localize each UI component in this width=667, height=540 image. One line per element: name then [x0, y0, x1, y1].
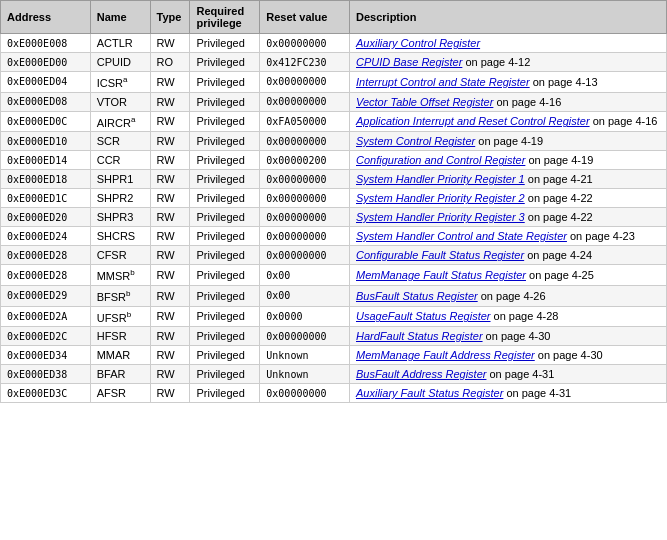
cell-type: RW — [150, 227, 190, 246]
cell-name: ICSRa — [90, 72, 150, 93]
page-reference: on page 4-16 — [493, 96, 561, 108]
cell-type: RW — [150, 265, 190, 286]
cell-description: CPUID Base Register on page 4-12 — [350, 53, 667, 72]
cell-description: Vector Table Offset Register on page 4-1… — [350, 92, 667, 111]
cell-type: RW — [150, 189, 190, 208]
cell-reset: 0x00 — [260, 265, 350, 286]
cell-address: 0xE000ED14 — [1, 151, 91, 170]
cell-address: 0xE000ED38 — [1, 365, 91, 384]
description-link[interactable]: Configurable Fault Status Register — [356, 249, 524, 261]
description-link[interactable]: CPUID Base Register — [356, 56, 462, 68]
cell-type: RW — [150, 170, 190, 189]
description-link[interactable]: Auxiliary Control Register — [356, 37, 480, 49]
description-link[interactable]: System Handler Priority Register 3 — [356, 211, 525, 223]
description-link[interactable]: System Handler Control and State Registe… — [356, 230, 567, 242]
cell-address: 0xE000ED10 — [1, 132, 91, 151]
cell-description: Configurable Fault Status Register on pa… — [350, 246, 667, 265]
cell-privilege: Privileged — [190, 53, 260, 72]
cell-name: BFAR — [90, 365, 150, 384]
cell-description: BusFault Address Register on page 4-31 — [350, 365, 667, 384]
page-reference: on page 4-22 — [525, 192, 593, 204]
description-link[interactable]: Configuration and Control Register — [356, 154, 525, 166]
header-row: Address Name Type Required privilege Res… — [1, 1, 667, 34]
cell-name: VTOR — [90, 92, 150, 111]
header-privilege: Required privilege — [190, 1, 260, 34]
page-reference: on page 4-30 — [483, 330, 551, 342]
cell-description: System Handler Priority Register 2 on pa… — [350, 189, 667, 208]
description-link[interactable]: BusFault Address Register — [356, 368, 486, 380]
description-link[interactable]: MemManage Fault Address Register — [356, 349, 535, 361]
cell-type: RW — [150, 285, 190, 306]
page-reference: on page 4-28 — [491, 310, 559, 322]
cell-name: SHCRS — [90, 227, 150, 246]
cell-name: AIRCRa — [90, 111, 150, 132]
description-link[interactable]: MemManage Fault Status Register — [356, 269, 526, 281]
table-row: 0xE000E008ACTLRRWPrivileged0x00000000Aux… — [1, 34, 667, 53]
table-row: 0xE000ED28MMSRbRWPrivileged0x00MemManage… — [1, 265, 667, 286]
description-link[interactable]: System Handler Priority Register 2 — [356, 192, 525, 204]
description-link[interactable]: Vector Table Offset Register — [356, 96, 493, 108]
cell-description: Auxiliary Control Register — [350, 34, 667, 53]
page-reference: on page 4-26 — [478, 290, 546, 302]
description-link[interactable]: Interrupt Control and State Register — [356, 76, 530, 88]
table-row: 0xE000ED20SHPR3RWPrivileged0x00000000Sys… — [1, 208, 667, 227]
cell-name: CCR — [90, 151, 150, 170]
description-link[interactable]: UsageFault Status Register — [356, 310, 491, 322]
header-name: Name — [90, 1, 150, 34]
cell-reset: 0xFA050000 — [260, 111, 350, 132]
cell-address: 0xE000ED24 — [1, 227, 91, 246]
cell-description: System Control Register on page 4-19 — [350, 132, 667, 151]
cell-description: System Handler Control and State Registe… — [350, 227, 667, 246]
cell-type: RW — [150, 365, 190, 384]
description-link[interactable]: HardFault Status Register — [356, 330, 483, 342]
cell-reset: 0x00000000 — [260, 132, 350, 151]
page-reference: on page 4-13 — [530, 76, 598, 88]
header-type: Type — [150, 1, 190, 34]
table-row: 0xE000ED29BFSRbRWPrivileged0x00BusFault … — [1, 285, 667, 306]
registers-table: Address Name Type Required privilege Res… — [0, 0, 667, 403]
page-reference: on page 4-16 — [590, 115, 658, 127]
cell-name: UFSRb — [90, 306, 150, 327]
cell-address: 0xE000ED20 — [1, 208, 91, 227]
cell-description: Configuration and Control Register on pa… — [350, 151, 667, 170]
cell-name: AFSR — [90, 384, 150, 403]
table-row: 0xE000ED0CAIRCRaRWPrivileged0xFA050000Ap… — [1, 111, 667, 132]
cell-name: ACTLR — [90, 34, 150, 53]
description-link[interactable]: System Control Register — [356, 135, 475, 147]
cell-address: 0xE000ED28 — [1, 265, 91, 286]
cell-type: RW — [150, 246, 190, 265]
table-row: 0xE000ED2AUFSRbRWPrivileged0x0000UsageFa… — [1, 306, 667, 327]
description-link[interactable]: Application Interrupt and Reset Control … — [356, 115, 590, 127]
cell-address: 0xE000ED08 — [1, 92, 91, 111]
cell-type: RW — [150, 34, 190, 53]
cell-description: HardFault Status Register on page 4-30 — [350, 327, 667, 346]
description-link[interactable]: System Handler Priority Register 1 — [356, 173, 525, 185]
cell-reset: 0x00000000 — [260, 246, 350, 265]
cell-type: RW — [150, 306, 190, 327]
table-row: 0xE000ED28CFSRRWPrivileged0x00000000Conf… — [1, 246, 667, 265]
cell-address: 0xE000ED34 — [1, 346, 91, 365]
cell-name: SCR — [90, 132, 150, 151]
cell-reset: 0x00000000 — [260, 384, 350, 403]
cell-privilege: Privileged — [190, 285, 260, 306]
table-row: 0xE000ED3CAFSRRWPrivileged0x00000000Auxi… — [1, 384, 667, 403]
cell-address: 0xE000ED0C — [1, 111, 91, 132]
cell-privilege: Privileged — [190, 189, 260, 208]
cell-reset: 0x00000000 — [260, 189, 350, 208]
cell-privilege: Privileged — [190, 227, 260, 246]
page-reference: on page 4-31 — [503, 387, 571, 399]
table-row: 0xE000ED00CPUIDROPrivileged0x412FC230CPU… — [1, 53, 667, 72]
cell-reset: 0x412FC230 — [260, 53, 350, 72]
table-row: 0xE000ED04ICSRaRWPrivileged0x00000000Int… — [1, 72, 667, 93]
table-row: 0xE000ED2CHFSRRWPrivileged0x00000000Hard… — [1, 327, 667, 346]
cell-name: BFSRb — [90, 285, 150, 306]
page-reference: on page 4-19 — [525, 154, 593, 166]
cell-reset: 0x00 — [260, 285, 350, 306]
cell-name: SHPR3 — [90, 208, 150, 227]
cell-reset: 0x00000000 — [260, 327, 350, 346]
cell-reset: 0x00000000 — [260, 72, 350, 93]
description-link[interactable]: Auxiliary Fault Status Register — [356, 387, 503, 399]
cell-description: Application Interrupt and Reset Control … — [350, 111, 667, 132]
description-link[interactable]: BusFault Status Register — [356, 290, 478, 302]
cell-address: 0xE000ED04 — [1, 72, 91, 93]
